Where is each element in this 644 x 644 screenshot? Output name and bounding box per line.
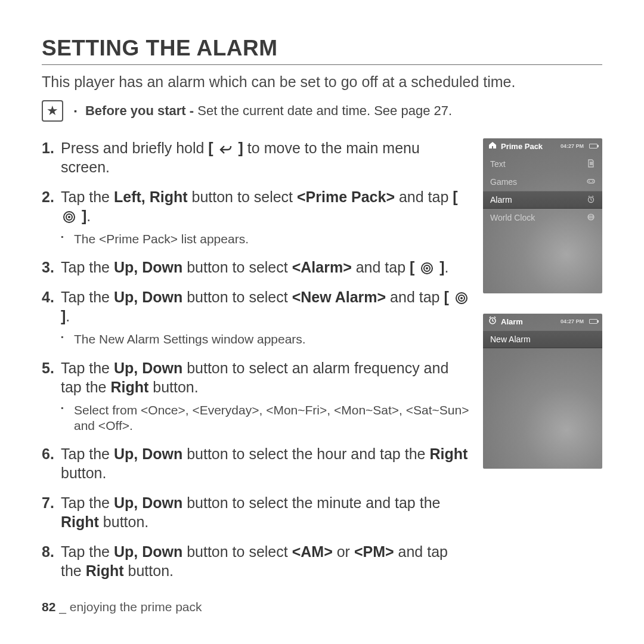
step-item: Tap the Left, Right button to select <Pr… xyxy=(42,187,470,247)
steps-list: Press and briefly hold [ ] to move to th… xyxy=(42,138,470,580)
device-time: 04:27 PM xyxy=(561,143,584,149)
battery-icon xyxy=(589,319,597,324)
device-menu-item: World Clock xyxy=(483,209,602,227)
page-footer: 82 _ enjoying the prime pack xyxy=(42,600,202,614)
step-item: Tap the Up, Down button to select an ala… xyxy=(42,358,470,434)
back-icon xyxy=(218,143,234,156)
before-you-start-note: ★ ▪ Before you start - Set the current d… xyxy=(42,100,602,122)
clock-icon xyxy=(587,195,595,205)
svg-rect-9 xyxy=(587,179,595,183)
device-menu-item: Text xyxy=(483,155,602,173)
home-icon xyxy=(488,140,497,152)
device-screenshot-prime-pack: Prime Pack 04:27 PM TextGamesAlarmWorld … xyxy=(483,138,602,293)
pad-icon xyxy=(587,177,595,187)
step-sub-note: The New Alarm Settings window appears. xyxy=(61,332,470,347)
step-item: Tap the Up, Down button to select <Alarm… xyxy=(42,258,470,277)
svg-point-2 xyxy=(68,216,70,218)
step-item: Tap the Up, Down button to select the mi… xyxy=(42,493,470,531)
page-title: SETTING THE ALARM xyxy=(42,36,602,61)
device-screenshot-alarm: Alarm 04:27 PM New Alarm xyxy=(483,314,602,469)
title-rule xyxy=(42,64,602,65)
svg-point-5 xyxy=(426,267,428,270)
step-sub-note: Select from <Once>, <Everyday>, <Mon~Fri… xyxy=(61,402,470,434)
svg-point-8 xyxy=(460,297,463,299)
step-item: Tap the Up, Down button to select <AM> o… xyxy=(42,542,470,580)
device-title: Alarm xyxy=(501,317,557,326)
bullet-icon: ▪ xyxy=(74,106,77,116)
device-menu-item: Alarm xyxy=(483,191,602,209)
doc-icon xyxy=(587,159,595,169)
select-icon xyxy=(419,262,435,275)
step-item: Tap the Up, Down button to select <New A… xyxy=(42,287,470,347)
device-menu-item: New Alarm xyxy=(483,330,602,348)
device-title: Prime Pack xyxy=(501,142,557,151)
device-menu-item: Games xyxy=(483,173,602,191)
step-sub-note: The <Prime Pack> list appears. xyxy=(61,231,470,247)
step-item: Tap the Up, Down button to select the ho… xyxy=(42,444,470,482)
device-time: 04:27 PM xyxy=(561,318,584,324)
svg-point-10 xyxy=(589,181,590,182)
select-icon xyxy=(453,292,470,305)
note-text: Before you start - Set the current date … xyxy=(85,103,452,119)
step-item: Press and briefly hold [ ] to move to th… xyxy=(42,138,470,177)
alarm-clock-icon xyxy=(488,315,497,327)
select-icon xyxy=(61,210,78,224)
star-icon: ★ xyxy=(42,100,63,122)
intro-text: This player has an alarm which can be se… xyxy=(42,73,602,91)
svg-point-11 xyxy=(592,181,593,182)
battery-icon xyxy=(589,144,597,148)
globe-icon xyxy=(587,213,595,223)
